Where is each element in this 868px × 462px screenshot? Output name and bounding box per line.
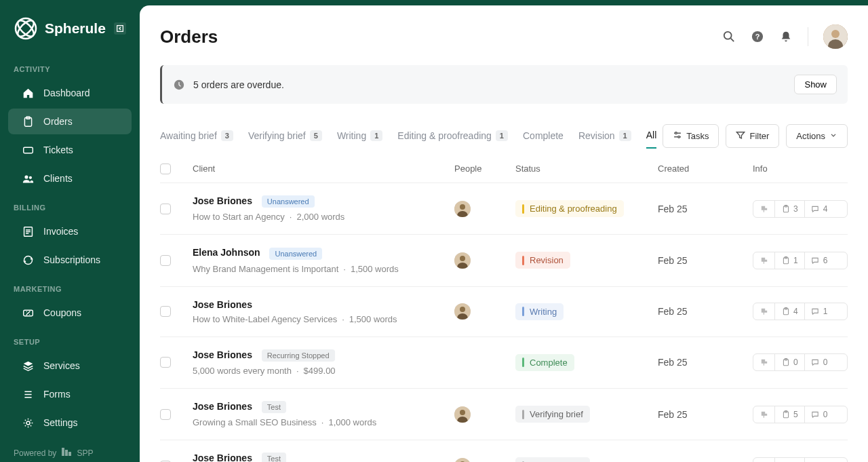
info-group: 5 0: [753, 406, 848, 423]
table-row[interactable]: Jose Briones How to White-Label Agency S…: [160, 287, 848, 337]
col-created[interactable]: Created: [658, 163, 753, 174]
table-row[interactable]: Jose Briones Test Scaling a Marketing Ag…: [160, 440, 848, 462]
svg-point-23: [678, 136, 680, 138]
nav-clients[interactable]: Clients: [8, 166, 132, 191]
clipboard-small-icon: [781, 204, 790, 213]
user-avatar[interactable]: [823, 24, 848, 49]
row-checkbox[interactable]: [160, 409, 171, 420]
assignee-avatar[interactable]: [454, 303, 471, 320]
comments-count[interactable]: 0: [804, 354, 834, 370]
percent-icon: [22, 307, 34, 319]
tab-editing[interactable]: Editing & proofreading 1: [397, 123, 508, 148]
col-status[interactable]: Status: [515, 163, 658, 174]
search-icon[interactable]: [722, 30, 736, 43]
col-client[interactable]: Client: [193, 163, 454, 174]
help-icon[interactable]: ?: [751, 30, 764, 43]
clipboard-small-icon: [781, 307, 790, 316]
sidebar: Spherule ACTIVITY Dashboard Orders Ticke…: [0, 0, 140, 462]
bell-icon[interactable]: [779, 30, 793, 43]
tasks-count[interactable]: 0: [774, 354, 804, 370]
tasks-count[interactable]: 3: [774, 201, 804, 217]
client-name: Jose Briones: [193, 349, 252, 360]
tab-label: Revision: [578, 130, 615, 141]
table-header: Client People Status Created Info: [160, 155, 848, 183]
nav-dashboard[interactable]: Dashboard: [8, 80, 132, 106]
nav-subscriptions[interactable]: Subscriptions: [8, 247, 132, 273]
nav-label: Invoices: [43, 226, 78, 237]
tasks-button[interactable]: Tasks: [663, 124, 719, 148]
list-icon: [22, 388, 34, 400]
paint-indicator[interactable]: [753, 303, 774, 320]
tasks-count[interactable]: 5: [774, 406, 804, 423]
info-group: 1 6: [753, 252, 848, 269]
paint-indicator[interactable]: [753, 252, 774, 269]
tab-writing[interactable]: Writing 1: [337, 123, 382, 148]
svg-point-30: [460, 256, 465, 261]
col-info[interactable]: Info: [753, 163, 848, 174]
nav-tickets[interactable]: Tickets: [8, 137, 132, 163]
nav-label: Services: [43, 360, 80, 371]
gear-icon: [22, 417, 34, 429]
row-checkbox[interactable]: [160, 357, 171, 368]
created-date: Feb 25: [658, 409, 753, 420]
client-badge: Test: [262, 401, 286, 413]
tab-label: Writing: [337, 130, 366, 141]
assignee-avatar[interactable]: [454, 252, 471, 269]
tasks-count[interactable]: 4: [774, 303, 804, 320]
show-overdue-button[interactable]: Show: [794, 75, 837, 94]
nav-settings[interactable]: Settings: [8, 410, 132, 436]
paint-icon: [760, 410, 768, 419]
actions-button[interactable]: Actions: [786, 124, 848, 148]
tab-complete[interactable]: Complete: [523, 123, 564, 148]
select-all-checkbox[interactable]: [160, 163, 171, 174]
nav-invoices[interactable]: Invoices: [8, 218, 132, 244]
paint-indicator[interactable]: [753, 201, 774, 217]
comments-count[interactable]: 1: [804, 303, 834, 320]
table-row[interactable]: Jose Briones Recurring Stopped 5,000 wor…: [160, 337, 848, 389]
table-row[interactable]: Elena Johnson Unanswered Why Brand Manag…: [160, 235, 848, 286]
col-people[interactable]: People: [454, 163, 515, 174]
comments-count[interactable]: 6: [804, 252, 834, 269]
tab-count: 3: [221, 130, 233, 141]
assignee-avatar[interactable]: [454, 406, 471, 423]
paint-indicator[interactable]: [753, 458, 774, 462]
tasks-count[interactable]: 5: [774, 458, 804, 462]
row-checkbox[interactable]: [160, 255, 171, 266]
paint-indicator[interactable]: [753, 406, 774, 423]
tasks-count[interactable]: 1: [774, 252, 804, 269]
nav-forms[interactable]: Forms: [8, 381, 132, 407]
comments-count[interactable]: 0: [804, 458, 834, 462]
tab-verifying-brief[interactable]: Verifying brief 5: [248, 123, 322, 148]
comments-count[interactable]: 0: [804, 406, 834, 423]
comments-count[interactable]: 4: [804, 201, 834, 217]
tab-awaiting-brief[interactable]: Awaiting brief 3: [160, 123, 233, 148]
svg-point-7: [24, 175, 28, 178]
table-row[interactable]: Jose Briones Test Growing a Small SEO Bu…: [160, 389, 848, 440]
nav-services[interactable]: Services: [8, 353, 132, 379]
nav-label: Tickets: [43, 145, 73, 155]
row-checkbox[interactable]: [160, 204, 171, 214]
tab-count: 1: [370, 130, 382, 141]
client-name: Jose Briones: [193, 401, 252, 412]
button-label: Actions: [796, 131, 825, 141]
status-badge: Editing & proofreading: [515, 200, 624, 217]
table-row[interactable]: Jose Briones Unanswered How to Start an …: [160, 183, 848, 235]
filter-button[interactable]: Filter: [726, 124, 779, 148]
clipboard-icon: [22, 115, 34, 128]
nav-label: Coupons: [43, 307, 81, 318]
assignee-avatar[interactable]: [454, 458, 471, 462]
nav-orders[interactable]: Orders: [8, 109, 132, 134]
row-checkbox[interactable]: [160, 306, 171, 317]
collapse-sidebar-icon[interactable]: [114, 22, 126, 35]
tab-all[interactable]: All: [646, 123, 657, 149]
sidebar-footer: Powered by SPP: [0, 437, 140, 462]
nav-coupons[interactable]: Coupons: [8, 300, 132, 326]
users-icon: [22, 172, 34, 185]
tab-revision[interactable]: Revision 1: [578, 123, 631, 148]
paint-indicator[interactable]: [753, 354, 774, 370]
chat-icon: [811, 256, 820, 265]
assignee-avatar[interactable]: [454, 201, 471, 217]
main-content: Orders ? 5 orders are overdue. Show Awai…: [140, 5, 868, 462]
chevron-down-icon: [829, 131, 837, 141]
info-group: 4 1: [753, 303, 848, 320]
